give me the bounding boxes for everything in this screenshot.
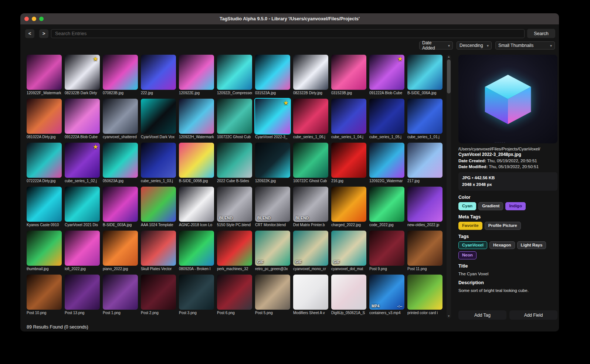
thumbnail-image[interactable] [407,275,442,310]
scroll-up-arrow-icon[interactable]: ▲ [447,55,451,59]
thumbnail-image[interactable] [331,143,366,178]
thumbnail-image[interactable] [331,55,366,90]
thumbnail-image[interactable] [27,231,62,266]
thumbnail-image[interactable] [103,99,138,134]
thumbnail-image[interactable] [65,275,100,310]
thumbnail-image[interactable] [255,55,290,90]
forward-button[interactable]: > [39,29,48,38]
thumbnail-label: 120922F_Watermark [27,91,62,96]
sort-field-dropdown[interactable]: Date Added ▾ [419,41,453,50]
date-modified-value: Thu, 05/19/2022, 20:50:51 [489,164,539,169]
thumbnail-image[interactable] [179,55,214,90]
thumbnail-image[interactable] [407,143,442,178]
thumbnail-image[interactable] [27,275,62,310]
thumbnail-image[interactable] [141,55,176,90]
tag-pill[interactable]: Profile Picture [485,222,521,230]
thumbnail-image[interactable] [103,275,138,310]
thumbnail-image[interactable] [103,187,138,222]
thumbnail-image[interactable] [27,55,62,90]
thumbnail-image[interactable] [103,143,138,178]
thumbnail-image[interactable] [27,99,62,134]
thumbnail-image[interactable] [103,231,138,266]
search-button[interactable]: Search [527,29,555,38]
thumbnail-image[interactable] [65,99,100,134]
thumbnail-label: Modifiers Sheet A v [293,311,328,316]
preview-panel: ...... /Users/cyanvoxel/Files/Projects/C… [458,55,557,320]
thumbnail-image[interactable] [407,187,442,222]
meta-tags-section-heading: Meta Tags [458,214,557,220]
scrollbar-thumb[interactable] [447,59,451,93]
thumbnail-image[interactable] [217,55,252,90]
thumbnail-image[interactable] [27,187,62,222]
grid-cell: 120922F_Watermark [27,55,62,96]
thumbnail-image[interactable]: BLEND [217,187,252,222]
thumbnail-image[interactable] [407,55,442,90]
tag-pill[interactable]: CyanVoxel [458,241,487,249]
thumbnail-image[interactable] [27,143,62,178]
sort-order-dropdown[interactable]: Descending ▾ [457,41,492,50]
thumbnail-image[interactable] [217,275,252,310]
tag-pill[interactable]: Cyan [458,202,476,210]
thumbnail-label: 120922H_Watermark [179,135,214,140]
maximize-window-button[interactable] [39,17,44,21]
thumbnail-image[interactable] [141,143,176,178]
thumbnail-image[interactable] [293,143,328,178]
thumbnail-image[interactable] [369,143,404,178]
thumbnail-image[interactable] [179,143,214,178]
thumbnail-image[interactable] [103,55,138,90]
thumbnail-image[interactable] [369,231,404,266]
tag-pill[interactable]: Gradient [478,202,503,210]
thumbnail-image[interactable]: ★ [65,55,100,90]
tag-pill[interactable]: Favorite [458,222,482,230]
add-tag-button[interactable]: Add Tag [458,310,506,320]
thumbnail-image[interactable] [293,55,328,90]
thumbnail-image[interactable] [141,231,176,266]
tag-pill[interactable]: Light Rays [517,241,546,249]
thumbnail-image[interactable] [369,187,404,222]
scroll-down-arrow-icon[interactable]: ▼ [447,314,451,319]
thumbnail-image[interactable]: GIF [331,231,366,266]
thumbnail-size-dropdown[interactable]: Small Thumbnails ▾ [495,41,555,50]
search-input[interactable] [51,29,525,38]
grid-cell: cube_series_1_01.j [407,99,442,140]
thumbnail-image[interactable]: BLEND [255,187,290,222]
thumbnail-image[interactable] [407,99,442,134]
thumbnail-image[interactable] [141,187,176,222]
thumbnail-image[interactable]: ★ [255,99,290,134]
thumbnail-image[interactable] [255,143,290,178]
thumbnail-image[interactable] [217,143,252,178]
thumbnail-image[interactable] [293,99,328,134]
thumbnail-image[interactable] [331,187,366,222]
thumbnail-image[interactable] [141,275,176,310]
close-window-button[interactable] [24,17,29,21]
thumbnail-image[interactable] [369,99,404,134]
thumbnail-image[interactable] [65,231,100,266]
thumbnail-image[interactable] [141,99,176,134]
back-button[interactable]: < [25,29,34,38]
date-created-line: Date Created: Thu, 05/19/2022, 20:50:51 [458,159,557,163]
thumbnail-image[interactable] [179,275,214,310]
thumbnail-image[interactable]: GIF [255,231,290,266]
thumbnail-image[interactable] [407,231,442,266]
thumbnail-image[interactable] [255,275,290,310]
tag-pill[interactable]: Hexagon [489,241,515,249]
thumbnail-image[interactable] [331,275,366,310]
tag-pill[interactable]: Indigo [505,202,526,210]
thumbnail-image[interactable] [331,99,366,134]
thumbnail-image[interactable] [179,231,214,266]
thumbnail-image[interactable] [179,99,214,134]
thumbnail-image[interactable]: BLEND [293,187,328,222]
thumbnail-image[interactable]: MP4 -:-- [369,275,404,310]
thumbnail-image[interactable] [217,99,252,134]
thumbnail-image[interactable] [179,187,214,222]
thumbnail-image[interactable]: GIF [293,231,328,266]
thumbnail-image[interactable] [217,231,252,266]
thumbnail-image[interactable]: ★ [65,143,100,178]
thumbnail-image[interactable]: ★ [369,55,404,90]
thumbnail-image[interactable] [65,187,100,222]
add-field-button[interactable]: Add Field [509,310,557,320]
tag-pill[interactable]: Neon [458,251,477,259]
minimize-window-button[interactable] [32,17,36,21]
thumbnail-label: Post 6.png [217,311,252,316]
thumbnail-image[interactable] [293,275,328,310]
